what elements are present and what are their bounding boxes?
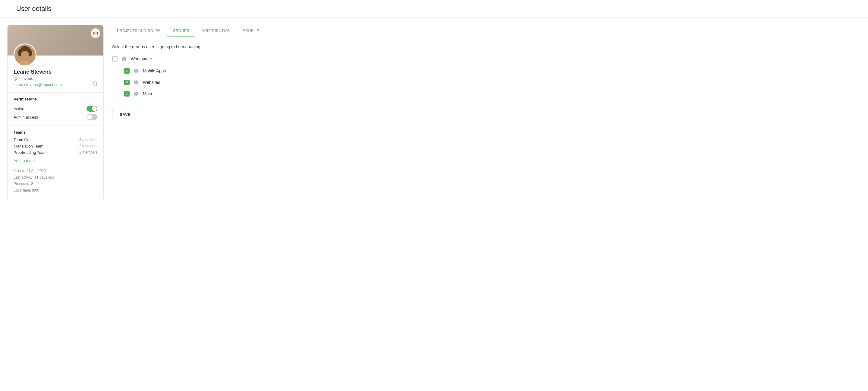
avatar — [13, 44, 36, 66]
groups-instruction: Select the groups user is going to be ma… — [112, 44, 860, 49]
team-members: 2 members — [79, 144, 97, 148]
svg-rect-14 — [93, 82, 96, 85]
svg-marker-15 — [134, 69, 138, 73]
add-to-team-link[interactable]: Add to team — [13, 159, 35, 163]
mobile-apps-group-item: Mobile Apps — [124, 67, 860, 75]
user-email-row: leane.stevens@impact.com — [13, 81, 97, 87]
user-info: Leane Stevens @l.stevens leane.stevens@i… — [7, 66, 103, 87]
tab-contribution[interactable]: CONTRIBUTION — [195, 25, 237, 37]
websites-group-item: Websites — [124, 79, 860, 86]
workspace-icon — [121, 55, 128, 62]
pronouns: Pronouns: She/her — [13, 181, 97, 187]
svg-point-12 — [20, 55, 24, 58]
local-time: Local time: 9:00 — [13, 187, 97, 194]
mobile-apps-name: Mobile Apps — [143, 68, 166, 73]
mobile-apps-checkbox[interactable] — [124, 68, 130, 74]
divider-2 — [7, 125, 103, 126]
save-button[interactable]: SAVE — [112, 109, 138, 120]
tab-projects-and-roles[interactable]: PROJECTS AND ROLES — [111, 25, 167, 37]
right-panel: PROJECTS AND ROLES GROUPS CONTRIBUTION P… — [111, 25, 861, 201]
tab-profile[interactable]: PROFILE — [237, 25, 265, 37]
workspace-name: Workspace — [131, 56, 152, 61]
active-permission-row: Active — [7, 104, 103, 113]
page-title: User details — [16, 5, 51, 13]
team-members: 3 members — [79, 138, 97, 142]
active-label: Active — [13, 107, 24, 111]
active-toggle[interactable] — [87, 106, 97, 112]
email-button[interactable] — [91, 28, 100, 38]
teams-label: Teams — [13, 130, 97, 135]
back-button[interactable]: ← — [7, 6, 13, 12]
user-name: Leane Stevens — [13, 69, 97, 75]
copy-icon[interactable] — [93, 81, 97, 87]
workspace-checkbox[interactable] — [112, 56, 118, 61]
user-email-link[interactable]: leane.stevens@impact.com — [13, 82, 62, 87]
tabs: PROJECTS AND ROLES GROUPS CONTRIBUTION P… — [111, 25, 861, 37]
team-name: Proofreading Team — [13, 150, 47, 155]
user-card: Leane Stevens @l.stevens leane.stevens@i… — [7, 25, 104, 201]
teams-section: Teams Team One 3 members Translation Tea… — [7, 130, 103, 163]
list-item: Proofreading Team 2 members — [13, 150, 97, 155]
svg-marker-16 — [134, 80, 138, 84]
admin-toggle[interactable] — [87, 114, 97, 120]
team-name: Team One — [13, 138, 32, 142]
main-checkbox[interactable] — [124, 91, 130, 96]
user-meta: Joined: 14 Apr 2020 Last activity: 11 da… — [7, 163, 103, 194]
team-name: Translation Team — [13, 144, 43, 148]
avatar-image — [14, 44, 36, 65]
groups-tab-content: Select the groups user is going to be ma… — [111, 44, 861, 120]
admin-label: Admin access — [13, 115, 38, 119]
main-icon — [133, 90, 140, 97]
list-item: Translation Team 2 members — [13, 144, 97, 148]
list-item: Team One 3 members — [13, 138, 97, 142]
main-content: Leane Stevens @l.stevens leane.stevens@i… — [0, 18, 868, 208]
last-activity: Last activity: 11 days ago — [13, 174, 97, 181]
permissions-label: Permissions — [7, 97, 103, 101]
main-group-item: Main — [124, 90, 860, 97]
main-name: Main — [143, 91, 152, 96]
tab-groups[interactable]: GROUPS — [167, 25, 195, 37]
websites-icon — [133, 79, 140, 86]
svg-marker-17 — [134, 92, 138, 96]
workspace-group-item: Workspace — [112, 55, 860, 62]
divider-1 — [7, 92, 103, 93]
websites-name: Websites — [143, 80, 160, 85]
team-members: 2 members — [79, 150, 97, 155]
admin-permission-row: Admin access — [7, 113, 103, 121]
user-handle: @l.stevens — [13, 76, 97, 81]
websites-checkbox[interactable] — [124, 80, 130, 85]
page-header: ← User details — [0, 0, 868, 18]
email-icon — [93, 32, 98, 35]
joined-date: Joined: 14 Apr 2020 — [13, 168, 97, 174]
mobile-apps-icon — [133, 67, 140, 75]
avatar-circle — [13, 44, 36, 66]
